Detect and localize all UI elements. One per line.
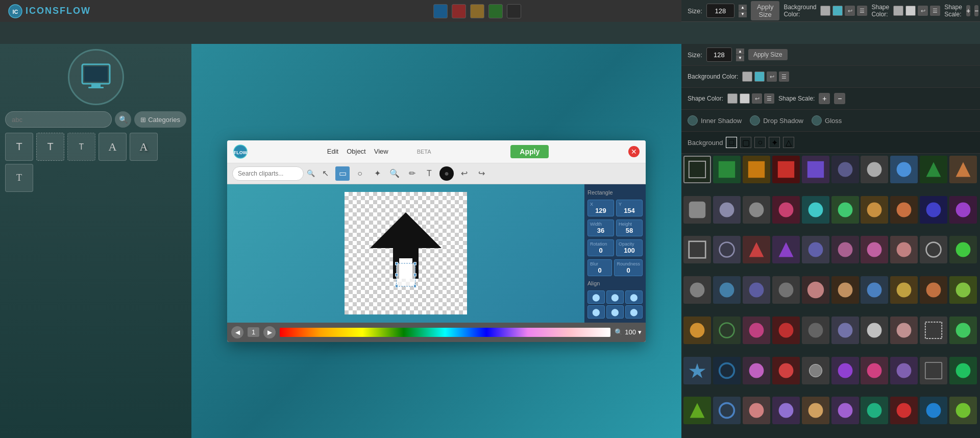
selected-rect[interactable] — [396, 263, 415, 286]
size-down-button[interactable]: ▼ — [739, 11, 747, 17]
rectangle-tool-button[interactable]: ▭ — [335, 166, 350, 181]
icon-cell[interactable] — [831, 397, 859, 424]
text-tool-button[interactable]: T — [422, 166, 436, 181]
search-button[interactable]: 🔍 — [115, 111, 131, 128]
menu-item-edit[interactable]: Edit — [327, 148, 338, 155]
right-bg-reset[interactable]: ↩ — [767, 71, 777, 82]
icon-cell[interactable] — [861, 196, 888, 224]
color-swatch-4[interactable] — [488, 4, 503, 18]
right-scale-plus[interactable]: + — [819, 93, 830, 104]
icon-cell[interactable] — [831, 236, 859, 263]
right-shape-swatch1[interactable] — [727, 93, 738, 104]
icon-cell[interactable] — [831, 276, 859, 304]
text-style-btn-6[interactable]: T — [5, 164, 33, 192]
handle-ml[interactable] — [395, 273, 398, 276]
right-size-input[interactable] — [706, 47, 732, 62]
size-input[interactable] — [706, 4, 734, 18]
icon-cell[interactable] — [949, 276, 977, 304]
bg-shape-star[interactable]: ✦ — [769, 137, 780, 148]
text-style-btn-2[interactable]: T — [36, 133, 64, 161]
text-style-btn-3[interactable]: T — [67, 133, 95, 161]
icon-cell[interactable] — [772, 236, 800, 263]
text-style-btn-5[interactable]: A — [130, 133, 158, 161]
rotation-value[interactable]: 0 — [590, 247, 611, 254]
icon-cell[interactable] — [713, 236, 741, 263]
icon-cell[interactable] — [802, 317, 829, 344]
icon-cell[interactable] — [683, 357, 711, 384]
icon-cell[interactable] — [683, 236, 711, 263]
align-left-button[interactable]: ⬤ — [587, 290, 605, 304]
align-center-v-button[interactable]: ⬤ — [606, 305, 624, 319]
align-center-h-button[interactable]: ⬤ — [606, 290, 624, 304]
bg-color-swatch[interactable] — [820, 6, 830, 16]
fill-tool-button[interactable]: ● — [439, 166, 454, 181]
icon-cell[interactable] — [802, 276, 829, 304]
color-swatch-2[interactable] — [452, 4, 466, 18]
icon-cell[interactable] — [949, 397, 977, 424]
icon-cell[interactable] — [890, 196, 918, 224]
right-shape-reset[interactable]: ↩ — [752, 93, 762, 104]
icon-cell[interactable] — [949, 317, 977, 344]
align-bottom-button[interactable]: ⬤ — [625, 305, 643, 319]
y-value[interactable]: 154 — [619, 207, 640, 214]
icon-cell[interactable] — [772, 317, 800, 344]
bg-shape-triangle[interactable]: △ — [783, 137, 794, 148]
shape-color-swatch2[interactable] — [905, 6, 916, 16]
icon-cell[interactable] — [920, 317, 947, 344]
close-dialog-button[interactable]: ✕ — [628, 146, 640, 157]
icon-cell[interactable] — [713, 357, 741, 384]
icon-cell[interactable] — [743, 236, 770, 263]
icon-cell[interactable] — [713, 397, 741, 424]
icon-cell[interactable] — [713, 317, 741, 344]
icon-cell[interactable] — [920, 357, 947, 384]
x-value[interactable]: 129 — [590, 207, 611, 214]
width-value[interactable]: 36 — [590, 227, 611, 234]
bg-color-swatch2[interactable] — [832, 6, 843, 16]
page-prev-button[interactable]: ◀ — [231, 326, 243, 338]
gloss-toggle[interactable] — [812, 115, 822, 126]
icon-cell[interactable] — [890, 317, 918, 344]
icon-cell[interactable] — [861, 236, 888, 263]
select-tool-button[interactable]: ↖ — [318, 166, 332, 181]
icon-cell[interactable] — [683, 156, 711, 183]
icon-cell[interactable] — [920, 276, 947, 304]
apply-size-button[interactable]: Apply Size — [751, 1, 780, 20]
icon-cell[interactable] — [772, 357, 800, 384]
handle-br[interactable] — [413, 284, 416, 287]
icon-cell[interactable] — [861, 317, 888, 344]
icon-cell[interactable] — [743, 276, 770, 304]
icon-cell[interactable] — [772, 156, 800, 183]
icon-cell[interactable] — [861, 397, 888, 424]
menu-item-object[interactable]: Object — [347, 148, 366, 155]
bg-shape-circle[interactable]: ○ — [754, 137, 766, 148]
opacity-value[interactable]: 100 — [619, 247, 640, 254]
align-top-button[interactable]: ⬤ — [587, 305, 605, 319]
icon-cell[interactable] — [802, 397, 829, 424]
icon-cell[interactable] — [831, 317, 859, 344]
icon-cell[interactable] — [920, 236, 947, 263]
icon-cell[interactable] — [713, 276, 741, 304]
text-style-btn-1[interactable]: T — [5, 133, 33, 161]
right-size-down[interactable]: ▼ — [736, 55, 744, 61]
shape-color-btn1[interactable]: ↩ — [918, 6, 928, 16]
text-style-btn-4[interactable]: A — [99, 133, 127, 161]
icon-cell[interactable] — [949, 357, 977, 384]
icon-cell[interactable] — [802, 236, 829, 263]
icon-cell[interactable] — [920, 156, 947, 183]
color-swatch-1[interactable] — [433, 4, 448, 18]
zoom-dropdown-icon[interactable]: ▾ — [638, 328, 642, 336]
redo-button[interactable]: ↪ — [474, 166, 488, 181]
icon-cell[interactable] — [743, 357, 770, 384]
categories-button[interactable]: ⊞ Categories — [134, 111, 186, 128]
icon-cell[interactable] — [949, 196, 977, 224]
icon-cell[interactable] — [949, 156, 977, 183]
roundness-value[interactable]: 0 — [617, 266, 640, 274]
blur-value[interactable]: 0 — [590, 266, 609, 274]
icon-cell[interactable] — [772, 196, 800, 224]
circle-tool-button[interactable]: ○ — [353, 166, 367, 181]
icon-cell[interactable] — [861, 276, 888, 304]
pen-tool-button[interactable]: ✏ — [405, 166, 419, 181]
icon-cell[interactable] — [683, 317, 711, 344]
bg-color-btn2[interactable]: ☰ — [857, 6, 867, 16]
icon-cell[interactable] — [683, 397, 711, 424]
